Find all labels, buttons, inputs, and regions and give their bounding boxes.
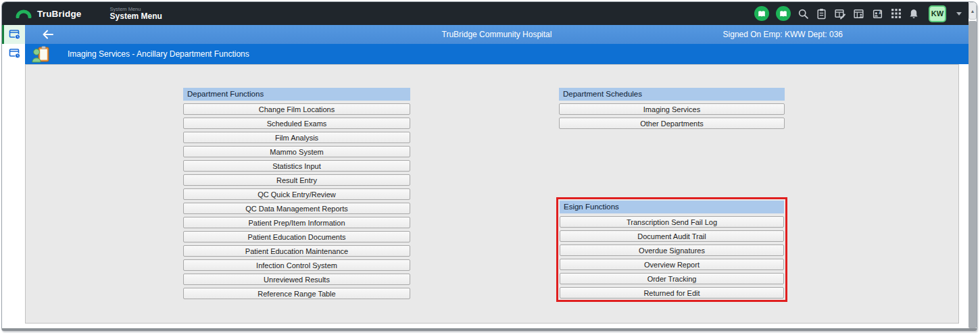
breadcrumb-current: System Menu [110,12,162,21]
window-history-icon [9,29,21,40]
scrollbar-track[interactable] [969,21,977,328]
esign-functions-section: Esign Functions Transcription Send Fail … [560,201,784,299]
back-button[interactable] [42,30,54,39]
open-book-icon[interactable] [776,6,791,21]
breadcrumb: System Menu System Menu [110,6,162,21]
section-header: Department Functions [183,88,410,101]
menu-button[interactable]: Scheduled Exams [183,118,410,129]
table-person-icon[interactable] [853,8,865,20]
sidebar-item-current-screen[interactable] [2,25,25,44]
scroll-up-button[interactable]: ▲ [969,2,977,20]
window-history-icon [9,48,21,59]
menu-button[interactable]: Mammo System [183,146,410,157]
menu-button[interactable]: Infection Control System [183,259,410,271]
vertical-scrollbar[interactable]: ▲ [969,2,977,328]
body-row: TruBridge Community Hospital Signed On E… [2,25,969,328]
left-sidebar [2,25,25,328]
menu-button[interactable]: Transcription Send Fail Log [560,216,784,228]
menu-button[interactable]: Order Tracking [560,273,784,284]
document-index-icon[interactable]: A [872,8,884,20]
menu-button[interactable]: Unreviewed Results [183,274,410,285]
section-buttons: Imaging ServicesOther Departments [559,103,785,129]
department-schedules-section: Department Schedules Imaging ServicesOth… [559,88,785,129]
table-edit-icon[interactable] [834,8,846,20]
back-arrow-icon [42,30,54,39]
notifications-bell-icon[interactable] [908,8,919,20]
top-app-bar: TruBridge System Menu System Menu [2,2,969,25]
person-clipboard-icon [32,46,50,63]
open-book-icon[interactable] [754,6,769,21]
search-icon[interactable] [798,8,809,20]
menu-button[interactable]: QC Data Management Reports [183,203,410,214]
department-functions-section: Department Functions Change Film Locatio… [183,88,410,299]
content-area: Department Functions Change Film Locatio… [25,64,969,328]
user-avatar[interactable]: KW [929,5,946,22]
menu-button[interactable]: Reference Range Table [183,288,410,299]
menu-button[interactable]: Change Film Locations [183,103,410,115]
menu-button[interactable]: QC Quick Entry/Review [183,188,410,200]
topbar-icon-group: A KW [754,5,962,22]
menu-button[interactable]: Overview Report [560,259,784,270]
menu-button[interactable]: Other Departments [559,118,785,129]
page-header-bar: Imaging Services - Ancillary Department … [25,44,969,64]
trubridge-logo-icon [16,9,32,18]
app-window: TruBridge System Menu System Menu [1,1,977,331]
right-area: TruBridge Community Hospital Signed On E… [25,25,969,328]
menu-button[interactable]: Overdue Signatures [560,244,784,256]
signed-on-status: Signed On Emp: KWW Dept: 036 [723,30,843,39]
facility-bar: TruBridge Community Hospital Signed On E… [25,25,969,44]
menu-button[interactable]: Patient Education Maintenance [183,245,410,257]
menu-button[interactable]: Returned for Edit [560,287,784,299]
svg-text:A: A [879,10,882,15]
menu-button[interactable]: Patient Education Documents [183,231,410,242]
avatar-menu-caret-icon[interactable] [956,12,962,16]
clipboard-icon[interactable] [816,8,827,20]
brand-name: TruBridge [37,9,82,19]
menu-button[interactable]: Film Analysis [183,132,410,143]
section-header: Department Schedules [559,88,785,101]
menu-button[interactable]: Statistics Input [183,160,410,172]
sidebar-item-previous-screen[interactable] [2,44,25,63]
menu-panel: Department Functions Change Film Locatio… [25,64,959,324]
section-header: Esign Functions [560,201,784,213]
main-column: TruBridge System Menu System Menu [2,2,969,328]
section-buttons: Transcription Send Fail LogDocument Audi… [560,216,784,299]
menu-button[interactable]: Result Entry [183,174,410,186]
section-buttons: Change Film LocationsScheduled ExamsFilm… [183,103,410,299]
menu-button[interactable]: Patient Prep/Item Information [183,217,410,228]
page-title: Imaging Services - Ancillary Department … [68,49,249,59]
menu-button[interactable]: Document Audit Trail [560,230,784,242]
apps-grid-icon[interactable] [891,8,902,19]
menu-button[interactable]: Imaging Services [559,103,785,115]
esign-functions-highlight-box: Esign Functions Transcription Send Fail … [556,197,787,302]
